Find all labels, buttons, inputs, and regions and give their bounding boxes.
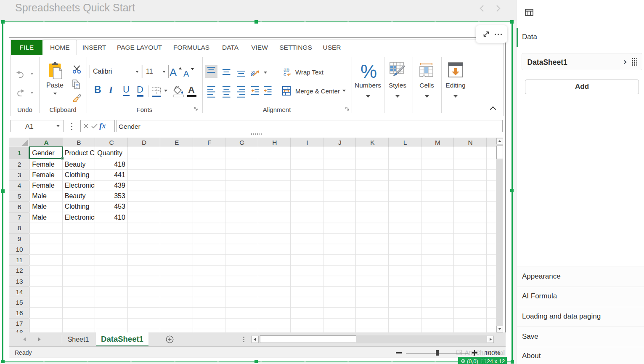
svg-text:c: c (284, 72, 286, 77)
